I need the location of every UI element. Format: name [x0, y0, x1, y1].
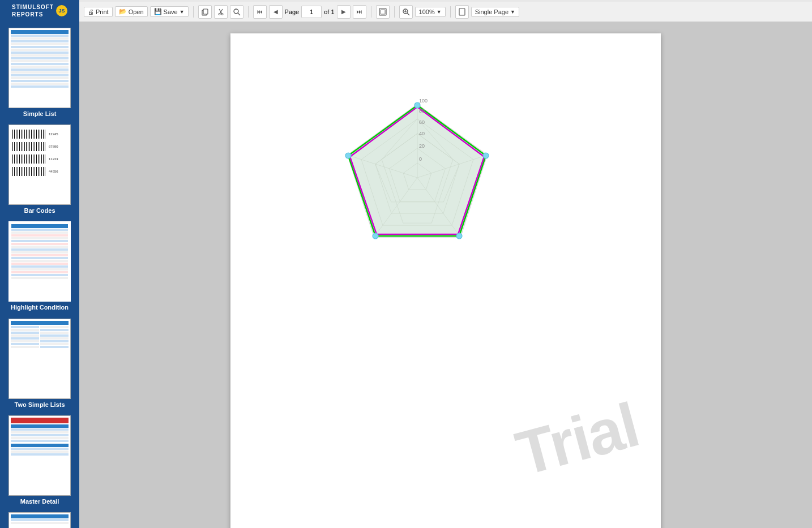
zoom-dropdown-icon: ▼ [437, 9, 442, 15]
separator-5 [450, 6, 451, 18]
svg-text:0: 0 [419, 156, 422, 162]
sidebar-label-master-detail: Master Detail [6, 498, 74, 505]
folder-icon: 📂 [119, 8, 127, 15]
svg-point-34 [483, 153, 489, 158]
save-dropdown-icon: ▼ [180, 9, 185, 15]
page-size-button[interactable] [376, 5, 390, 19]
brand-line1: STIMULSOFT [12, 3, 54, 11]
of-label: of 1 [324, 8, 334, 15]
cut-button[interactable] [214, 5, 228, 19]
app-logo: STIMULSOFT REPORTS JS [0, 0, 79, 22]
prev-page-button[interactable]: ◀ [269, 5, 283, 19]
svg-rect-12 [459, 8, 465, 15]
page-input[interactable] [301, 6, 322, 18]
sidebar-item-highlight-condition[interactable]: Highlight Condition [6, 221, 74, 311]
view-dropdown-icon: ▼ [510, 9, 515, 15]
brand-line2: REPORTS [12, 11, 54, 18]
view-page-icon[interactable] [455, 5, 469, 19]
sidebar: Simple List 12345 67890 [0, 22, 79, 528]
save-icon: 💾 [154, 8, 162, 15]
svg-line-9 [407, 13, 409, 15]
search-button[interactable] [230, 5, 243, 19]
radar-chart: 100 80 60 40 20 0 [315, 67, 519, 271]
trial-watermark: Trial [508, 388, 646, 490]
next-page-button[interactable]: ▶ [337, 5, 351, 19]
copy-button[interactable] [198, 5, 212, 19]
save-button[interactable]: 💾 Save ▼ [150, 6, 189, 17]
separator-1 [193, 6, 194, 18]
sidebar-label-simple-list: Simple List [6, 110, 74, 118]
svg-point-2 [219, 13, 220, 15]
separator-4 [394, 6, 395, 18]
separator-3 [371, 6, 371, 18]
svg-text:20: 20 [419, 143, 425, 149]
separator-2 [248, 6, 249, 18]
svg-marker-25 [348, 105, 486, 236]
sidebar-item-two-simple-lists[interactable]: Two Simple Lists [6, 319, 74, 409]
svg-point-33 [414, 102, 420, 108]
view-mode-button[interactable]: Single Page ▼ [471, 7, 519, 17]
svg-point-35 [456, 233, 462, 239]
svg-point-4 [234, 9, 238, 14]
svg-text:100: 100 [419, 98, 428, 104]
sidebar-item-simple-list[interactable]: Simple List [6, 28, 74, 118]
print-button[interactable]: 🖨 Print [84, 7, 113, 17]
svg-text:80: 80 [419, 108, 425, 114]
svg-text:60: 60 [419, 119, 425, 125]
sidebar-item-extra[interactable] [6, 512, 74, 528]
zoom-button[interactable]: 100% ▼ [415, 7, 446, 17]
svg-point-3 [221, 13, 223, 15]
page-label: Page [285, 8, 300, 15]
svg-point-37 [345, 153, 351, 158]
open-button[interactable]: 📂 Open [115, 6, 148, 17]
sidebar-item-master-detail[interactable]: Master Detail [6, 415, 74, 505]
last-page-button[interactable]: ⏭ [353, 5, 366, 19]
svg-line-5 [238, 13, 240, 15]
sidebar-label-two-simple-lists: Two Simple Lists [6, 401, 74, 409]
sidebar-label-bar-codes: Bar Codes [6, 207, 74, 214]
badge-js: JS [56, 5, 67, 16]
toolbar: 🖨 Print 📂 Open 💾 Save ▼ [79, 2, 812, 22]
content-area: 100 80 60 40 20 0 Trial [79, 22, 812, 528]
report-page: 100 80 60 40 20 0 Trial [230, 33, 661, 528]
zoom-icon-btn[interactable] [399, 5, 413, 19]
svg-rect-1 [203, 9, 208, 14]
sidebar-item-bar-codes[interactable]: 12345 67890 11223 44556 [6, 125, 74, 214]
svg-point-36 [373, 233, 378, 239]
svg-rect-7 [381, 10, 385, 14]
svg-text:40: 40 [419, 131, 425, 136]
sidebar-label-highlight-condition: Highlight Condition [6, 304, 74, 311]
page-controls: ⏮ ◀ Page of 1 ▶ ⏭ [253, 5, 366, 19]
first-page-button[interactable]: ⏮ [253, 5, 267, 19]
printer-icon: 🖨 [88, 8, 94, 15]
